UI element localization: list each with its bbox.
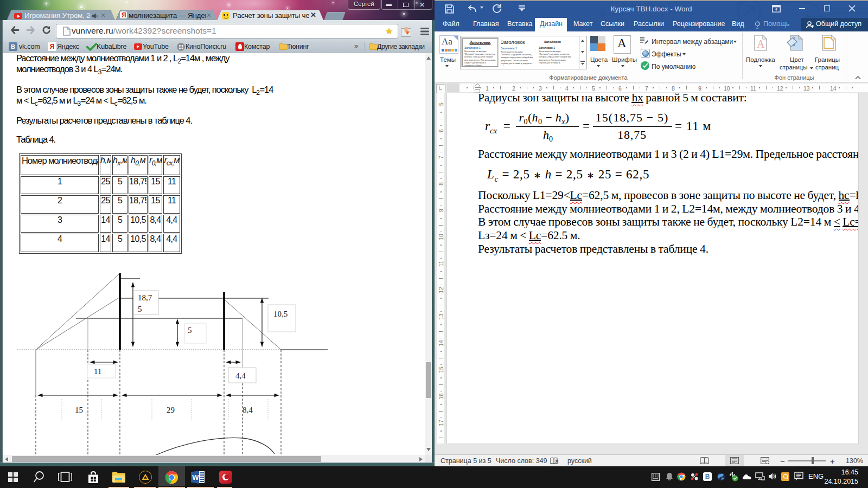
svg-text:5: 5 [138, 305, 142, 313]
svg-text:10,5: 10,5 [273, 310, 288, 318]
svg-text:4,4: 4,4 [235, 371, 246, 380]
svg-text:A: A [757, 38, 765, 50]
svg-text:W: W [192, 473, 199, 481]
svg-text:29: 29 [167, 406, 175, 414]
svg-text:5: 5 [188, 326, 192, 335]
svg-text:15: 15 [75, 406, 83, 414]
svg-text:18,7: 18,7 [138, 293, 152, 302]
svg-text:8,4: 8,4 [242, 406, 253, 414]
svg-text:11: 11 [94, 367, 101, 376]
